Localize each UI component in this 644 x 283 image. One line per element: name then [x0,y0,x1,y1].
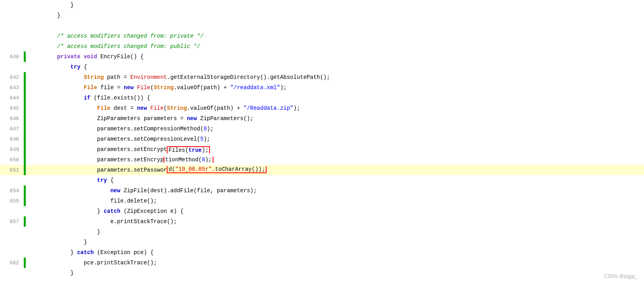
code-line [0,21,644,31]
line-number: 662 [0,260,24,266]
code-text: try { [29,177,644,184]
code-line: } catch (ZipException e) { [0,206,644,216]
code-line: 649 parameters.setEncryptFiles(true); [0,144,644,155]
code-line: 655 file.delete(); [0,196,644,206]
code-line: 647 parameters.setCompressionMethod(8); [0,124,644,134]
code-text: } [29,270,644,276]
code-text: /* access modifiers changed from: public… [29,43,644,50]
code-text: String path = Environment.getExternalSto… [29,74,644,80]
line-number: 654 [0,188,24,194]
code-line: } [0,0,644,10]
line-number: 647 [0,126,24,132]
code-line: 643 File file = new File(String.valueOf(… [0,82,644,93]
code-text: ZipParameters parameters = new ZipParame… [29,115,644,122]
watermark: CSDN @piggy_ [604,273,638,279]
code-line: 654 new ZipFile(dest).addFile(file, para… [0,185,644,196]
gutter-bar [24,206,26,216]
code-text: } [29,239,644,245]
line-number: 650 [0,157,24,163]
code-line: 657 e.printStackTrace(); [0,216,644,227]
code-text: } [29,12,644,19]
code-text: parameters.setEncryptionMethod(0); [29,157,644,163]
code-line: } [0,268,644,278]
code-text: try { [29,64,644,70]
code-line: } [0,10,644,21]
code-text: private void EncryFile() { [29,54,644,60]
code-line: 640 private void EncryFile() { [0,52,644,62]
code-line: /* access modifiers changed from: public… [0,41,644,52]
gutter-bar [24,41,26,52]
code-line: 648 parameters.setCompressionLevel(5); [0,134,644,144]
code-line: 645 File dest = new File(String.valueOf(… [0,103,644,113]
code-line: 650 parameters.setEncryptionMethod(0); [0,155,644,165]
code-line: 642 String path = Environment.getExterna… [0,72,644,82]
line-number: 649 [0,147,24,153]
gutter-bar [24,216,26,227]
gutter-bar [24,113,26,124]
code-line [0,278,644,283]
code-text: /* access modifiers changed from: privat… [29,33,644,39]
code-line: /* access modifiers changed from: privat… [0,31,644,41]
code-text: } [29,229,644,235]
gutter-bar [24,72,26,82]
code-text: } [29,2,644,8]
gutter-bar [24,10,26,21]
code-text: File dest = new File(String.valueOf(path… [29,105,644,111]
code-text: } catch (Exception pce) { [29,249,644,256]
gutter-bar [24,0,26,10]
code-text: File file = new File(String.valueOf(path… [29,84,644,91]
gutter-bar [24,155,26,165]
code-line: 646 ZipParameters parameters = new ZipPa… [0,113,644,124]
gutter-bar [24,165,26,175]
code-line: 644 if (file.exists()) { [0,93,644,103]
gutter-bar [24,31,26,41]
code-line: try { [0,62,644,72]
code-text: file.delete(); [29,198,644,204]
code-text: if (file.exists()) { [29,95,644,101]
code-text: pce.printStackTrace(); [29,260,644,266]
gutter-bar [24,185,26,196]
line-number: 646 [0,116,24,122]
line-number: 643 [0,85,24,91]
code-area: } } /* access modifiers changed from: pr… [0,0,644,283]
gutter-bar [24,258,26,268]
code-text: parameters.setEncryptFiles(true); [29,146,644,153]
line-number: 640 [0,54,24,60]
gutter-bar [24,82,26,93]
line-number: 651 [0,167,24,173]
line-number: 642 [0,75,24,80]
code-line: 662 pce.printStackTrace(); [0,258,644,268]
code-line: } [0,227,644,237]
gutter-bar [24,144,26,155]
code-line: } [0,237,644,247]
line-number: 655 [0,198,24,204]
code-text: e.printStackTrace(); [29,218,644,225]
gutter-bar [24,134,26,144]
gutter-bar [24,62,26,72]
line-number: 644 [0,95,24,101]
code-editor: } } /* access modifiers changed from: pr… [0,0,644,283]
gutter-bar [24,278,26,283]
code-text: parameters.setCompressionMethod(8); [29,126,644,132]
code-line: } catch (Exception pce) { [0,247,644,258]
gutter-bar [24,247,26,258]
gutter-bar [24,103,26,113]
code-text: parameters.setPassword("19_08.05r".toCha… [29,167,644,173]
gutter-bar [24,52,26,62]
code-text: } catch (ZipException e) { [29,208,644,214]
line-number: 645 [0,105,24,111]
code-text: parameters.setCompressionLevel(5); [29,136,644,142]
line-number: 657 [0,219,24,225]
code-line: try { [0,175,644,185]
line-number: 648 [0,136,24,142]
code-text: new ZipFile(dest).addFile(file, paramete… [29,187,644,194]
gutter-bar [24,268,26,278]
gutter-bar [24,21,26,31]
gutter-bar [24,237,26,247]
gutter-bar [24,227,26,237]
gutter-bar [24,124,26,134]
gutter-bar [24,196,26,206]
gutter-bar [24,93,26,103]
gutter-bar [24,175,26,185]
code-line-highlighted: 651 parameters.setPassword("19_08.05r".t… [0,165,644,175]
